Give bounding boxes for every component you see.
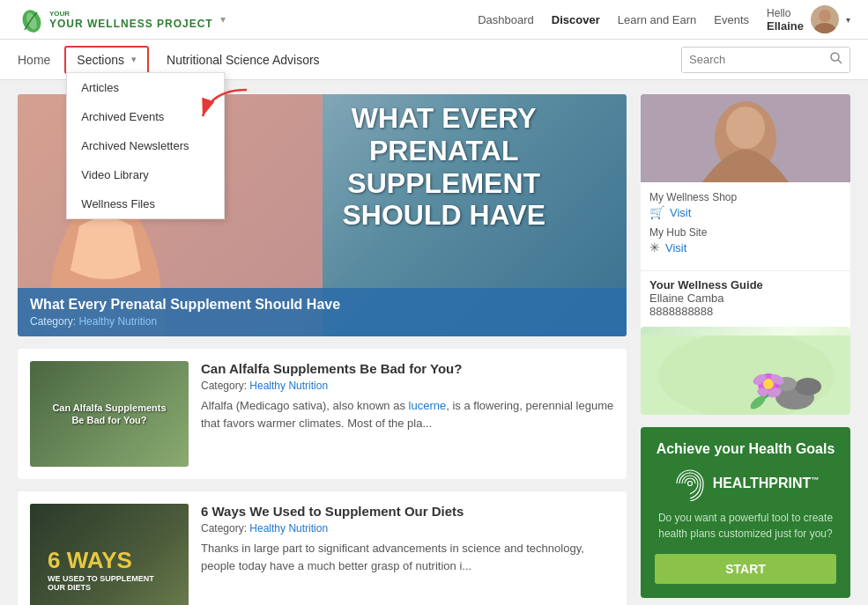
user-name: Ellaine (767, 19, 804, 33)
guide-hub-label: My Hub Site (649, 226, 842, 239)
guide-photo (641, 94, 850, 182)
article-card-6ways: 6 WAYS WE USED TO SUPPLEMENT OUR DIETS 6… (18, 491, 627, 605)
hub-icon: ✳ (649, 240, 660, 255)
right-column: My Wellness Shop 🛒 Visit My Hub Site ✳ V… (641, 94, 850, 605)
nav-dashboard[interactable]: Dashboard (478, 13, 534, 26)
user-dropdown-chevron[interactable]: ▾ (846, 15, 850, 25)
healthprint-description: Do you want a powerful tool to create he… (655, 510, 836, 542)
article-title-6ways[interactable]: 6 Ways We Used to Supplement Our Diets (201, 504, 614, 519)
healthprint-title: Achieve your Health Goals (655, 441, 836, 457)
svg-point-2 (819, 10, 831, 22)
sections-dropdown-menu: Articles Archived Events Archived Newsle… (66, 72, 225, 219)
wellness-guide-name: Ellaine Camba (649, 291, 842, 305)
second-nav: Home Sections ▾ Articles Archived Events… (0, 40, 868, 80)
wellness-bottom: Your Wellness Guide Ellaine Camba 888888… (641, 270, 850, 327)
svg-point-14 (795, 378, 821, 395)
search-icon (830, 52, 842, 64)
article-card-alfalfa: Can Alfalfa Supplements Be Bad for You? … (18, 349, 627, 479)
spa-image (641, 327, 850, 415)
menu-archived-events[interactable]: Archived Events (67, 102, 224, 131)
healthprint-logo-text: HEALTHPRINT™ (713, 476, 820, 491)
user-hello: Hello (767, 7, 804, 19)
search-input[interactable] (682, 48, 823, 72)
svg-point-5 (831, 53, 839, 61)
svg-point-3 (814, 23, 835, 33)
sections-label: Sections (77, 53, 124, 67)
shop-visit-link[interactable]: Visit (670, 206, 691, 219)
top-nav: YOUR YOUR WELLNESS PROJECT ▾ Dashboard D… (0, 0, 868, 40)
healthprint-start-button[interactable]: START (655, 554, 836, 584)
cart-icon: 🛒 (649, 205, 664, 219)
article-info-alfalfa: Can Alfalfa Supplements Be Bad for You? … (201, 361, 614, 467)
healthprint-logo: HEALTHPRINT™ (655, 466, 836, 501)
guide-info-section: My Wellness Shop 🛒 Visit My Hub Site ✳ V… (641, 182, 850, 270)
search-button[interactable] (823, 48, 849, 72)
alfalfa-category-link[interactable]: Healthy Nutrition (249, 380, 328, 392)
lucerne-link[interactable]: lucerne (409, 399, 447, 412)
sections-chevron-icon: ▾ (131, 54, 137, 65)
nav-home[interactable]: Home (18, 53, 64, 67)
article-category-alfalfa: Category: Healthy Nutrition (201, 380, 614, 392)
logo-dropdown-icon[interactable]: ▾ (220, 13, 226, 26)
hero-category-link[interactable]: Healthy Nutrition (78, 315, 157, 328)
guide-shop-val: 🛒 Visit (649, 205, 842, 219)
hero-caption-title: What Every Prenatal Supplement Should Ha… (30, 297, 614, 313)
hero-text-overlay: WHAT EVERY PRENATAL SUPPLEMENT SHOULD HA… (261, 94, 627, 240)
nav-learn-earn[interactable]: Learn and Earn (618, 13, 697, 26)
menu-archived-newsletters[interactable]: Archived Newsletters (67, 131, 224, 160)
healthprint-card: Achieve your Health Goals HEALTHPRINT™ D… (641, 427, 850, 598)
logo-area: YOUR YOUR WELLNESS PROJECT ▾ (18, 5, 226, 33)
hub-visit-link[interactable]: Visit (665, 241, 686, 255)
6ways-category-link[interactable]: Healthy Nutrition (249, 522, 328, 535)
menu-video-library[interactable]: Video Library (67, 160, 224, 189)
article-title-alfalfa[interactable]: Can Alfalfa Supplements Be Bad for You? (201, 361, 614, 376)
guide-hub-item: My Hub Site ✳ Visit (649, 226, 842, 255)
top-nav-links: Dashboard Discover Learn and Earn Events (478, 13, 749, 26)
nav-events[interactable]: Events (714, 13, 749, 26)
thumb-6ways-text: WE USED TO SUPPLEMENT OUR DIETS (48, 574, 171, 592)
thumb-alfalfa-text: Can Alfalfa Supplements Be Bad for You? (45, 395, 173, 434)
avatar[interactable] (811, 5, 839, 33)
logo-text: YOUR WELLNESS PROJECT (49, 18, 213, 30)
thumb-6ways-num: 6 WAYS (48, 547, 171, 574)
wellness-guide-phone: 8888888888 (649, 305, 842, 318)
wellness-guide-label: Your Wellness Guide (649, 278, 842, 291)
hero-caption-category: Category: Healthy Nutrition (30, 315, 614, 328)
svg-point-23 (687, 482, 692, 486)
sections-dropdown[interactable]: Sections ▾ Articles Archived Events Arch… (64, 46, 149, 74)
article-excerpt-alfalfa: Alfalfa (Medicago sativa), also known as… (201, 397, 614, 432)
article-thumb-alfalfa: Can Alfalfa Supplements Be Bad for You? (30, 361, 189, 467)
menu-wellness-files[interactable]: Wellness Files (67, 189, 224, 218)
article-category-6ways: Category: Healthy Nutrition (201, 522, 614, 535)
wellness-guide-card: My Wellness Shop 🛒 Visit My Hub Site ✳ V… (641, 94, 850, 415)
fingerprint-icon (672, 466, 708, 501)
user-area: Hello Ellaine ▾ (767, 5, 850, 33)
nav-advisor[interactable]: Nutritional Science Advisors (167, 53, 320, 67)
svg-line-6 (838, 60, 842, 63)
guide-hub-val: ✳ Visit (649, 240, 842, 255)
hero-main-text: WHAT EVERY PRENATAL SUPPLEMENT SHOULD HA… (278, 102, 609, 232)
nav-discover[interactable]: Discover (552, 13, 600, 26)
guide-links: My Wellness Shop 🛒 Visit My Hub Site ✳ V… (649, 191, 842, 262)
logo-icon (18, 5, 46, 33)
article-thumb-6ways: 6 WAYS WE USED TO SUPPLEMENT OUR DIETS (30, 504, 189, 605)
search-box[interactable] (681, 47, 850, 73)
article-info-6ways: 6 Ways We Used to Supplement Our Diets C… (201, 504, 614, 605)
menu-articles[interactable]: Articles (67, 73, 224, 102)
guide-shop-item: My Wellness Shop 🛒 Visit (649, 191, 842, 219)
svg-point-10 (726, 107, 765, 149)
guide-shop-label: My Wellness Shop (649, 191, 842, 203)
article-excerpt-6ways: Thanks in large part to significant adva… (201, 540, 614, 574)
hero-caption: What Every Prenatal Supplement Should Ha… (18, 288, 627, 336)
